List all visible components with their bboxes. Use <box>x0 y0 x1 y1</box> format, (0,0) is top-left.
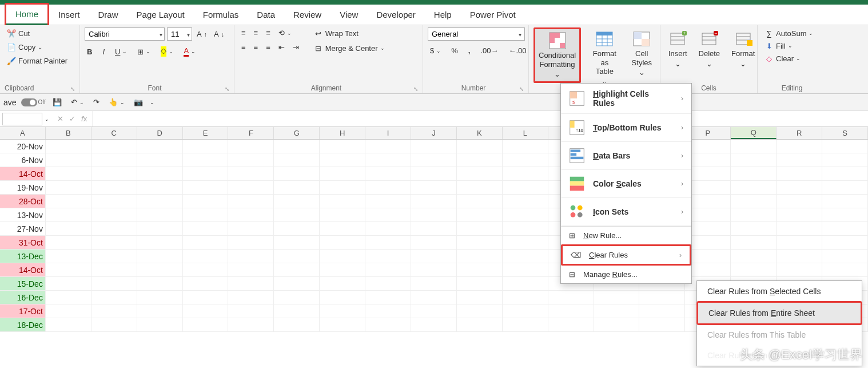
column-header[interactable]: H <box>320 127 365 139</box>
cell[interactable] <box>731 153 777 167</box>
cell[interactable] <box>228 318 274 332</box>
cell[interactable] <box>183 318 229 332</box>
cell[interactable] <box>137 208 183 222</box>
cell[interactable] <box>457 167 503 181</box>
cell[interactable] <box>183 181 229 195</box>
cell[interactable] <box>777 140 822 153</box>
column-header[interactable]: A <box>0 127 46 139</box>
cell[interactable] <box>183 195 229 208</box>
cell[interactable] <box>503 263 548 277</box>
cell[interactable] <box>228 181 274 195</box>
cell[interactable]: 18-Dec <box>0 318 46 332</box>
launcher-icon[interactable]: ⤡ <box>70 86 75 92</box>
cell[interactable] <box>91 208 137 222</box>
cell[interactable] <box>228 140 274 153</box>
cell[interactable] <box>91 195 137 208</box>
cell[interactable] <box>731 181 777 195</box>
decrease-decimal-icon[interactable]: ←.00 <box>507 45 529 56</box>
cell[interactable] <box>503 208 548 222</box>
cell[interactable] <box>822 250 868 263</box>
cell[interactable] <box>411 277 457 291</box>
column-header[interactable]: G <box>274 127 320 139</box>
cell[interactable] <box>685 195 731 208</box>
cell[interactable] <box>183 304 229 318</box>
cell[interactable] <box>777 236 822 250</box>
cell[interactable] <box>137 195 183 208</box>
font-name-select[interactable] <box>85 27 165 41</box>
cell[interactable] <box>411 318 457 332</box>
cell[interactable] <box>685 208 731 222</box>
cell[interactable] <box>365 195 411 208</box>
increase-indent-icon[interactable]: ⇥ <box>290 42 301 53</box>
cell[interactable] <box>822 153 868 167</box>
cell[interactable] <box>457 140 503 153</box>
cell[interactable] <box>137 167 183 181</box>
tab-formulas[interactable]: Formulas <box>194 5 248 24</box>
cell[interactable] <box>91 140 137 153</box>
cell[interactable] <box>46 140 91 153</box>
cell[interactable] <box>503 167 548 181</box>
cell[interactable] <box>228 291 274 304</box>
cell[interactable] <box>228 222 274 236</box>
cell[interactable] <box>183 167 229 181</box>
cell[interactable] <box>639 291 685 304</box>
cell[interactable] <box>91 250 137 263</box>
cut-button[interactable]: ✂️Cut <box>5 27 70 39</box>
cell[interactable] <box>91 263 137 277</box>
cell[interactable] <box>457 195 503 208</box>
cell[interactable] <box>777 250 822 263</box>
cell[interactable] <box>320 318 365 332</box>
autosum-button[interactable]: ∑AutoSum ⌄ <box>762 27 815 39</box>
cancel-icon[interactable]: ✕ <box>57 114 63 123</box>
cell[interactable] <box>365 153 411 167</box>
cell[interactable] <box>685 236 731 250</box>
cell[interactable] <box>411 153 457 167</box>
cell[interactable] <box>503 181 548 195</box>
cell[interactable] <box>503 195 548 208</box>
cell[interactable] <box>46 208 91 222</box>
cell[interactable] <box>457 236 503 250</box>
cell[interactable] <box>91 304 137 318</box>
cell[interactable] <box>365 167 411 181</box>
cell[interactable]: 14-Oct <box>0 167 46 181</box>
column-header[interactable]: P <box>685 127 731 139</box>
clear-button[interactable]: ◇Clear ⌄ <box>762 53 803 64</box>
cell[interactable] <box>91 236 137 250</box>
format-painter-button[interactable]: 🖌️Format Painter <box>5 55 70 66</box>
align-right-icon[interactable]: ≡ <box>264 42 273 53</box>
cell[interactable] <box>365 140 411 153</box>
column-header[interactable]: D <box>137 127 183 139</box>
confirm-icon[interactable]: ✓ <box>69 114 75 123</box>
cell[interactable] <box>274 318 320 332</box>
cell[interactable] <box>320 167 365 181</box>
cell[interactable] <box>731 167 777 181</box>
column-header[interactable]: S <box>822 127 868 139</box>
tab-review[interactable]: Review <box>284 5 331 24</box>
cell[interactable] <box>822 195 868 208</box>
cell[interactable] <box>137 304 183 318</box>
cell[interactable] <box>91 318 137 332</box>
cell[interactable] <box>411 167 457 181</box>
cell[interactable] <box>274 236 320 250</box>
column-header[interactable]: B <box>46 127 91 139</box>
align-bottom-icon[interactable]: ≡ <box>264 27 273 38</box>
tab-help[interactable]: Help <box>425 5 461 24</box>
cell[interactable] <box>320 195 365 208</box>
cell[interactable] <box>183 222 229 236</box>
cell[interactable] <box>685 167 731 181</box>
cell[interactable] <box>503 222 548 236</box>
cell[interactable] <box>137 250 183 263</box>
cell[interactable] <box>320 291 365 304</box>
cell[interactable]: 13-Nov <box>0 208 46 222</box>
cell[interactable] <box>137 277 183 291</box>
cell[interactable] <box>274 140 320 153</box>
cell[interactable] <box>777 208 822 222</box>
cell[interactable] <box>228 167 274 181</box>
name-box[interactable] <box>2 113 42 125</box>
wrap-text-button[interactable]: ↩Wrap Text <box>312 27 387 39</box>
decrease-indent-icon[interactable]: ⇤ <box>276 42 287 53</box>
cell[interactable] <box>777 222 822 236</box>
cell[interactable] <box>228 277 274 291</box>
tab-data[interactable]: Data <box>248 5 284 24</box>
cell[interactable] <box>320 208 365 222</box>
